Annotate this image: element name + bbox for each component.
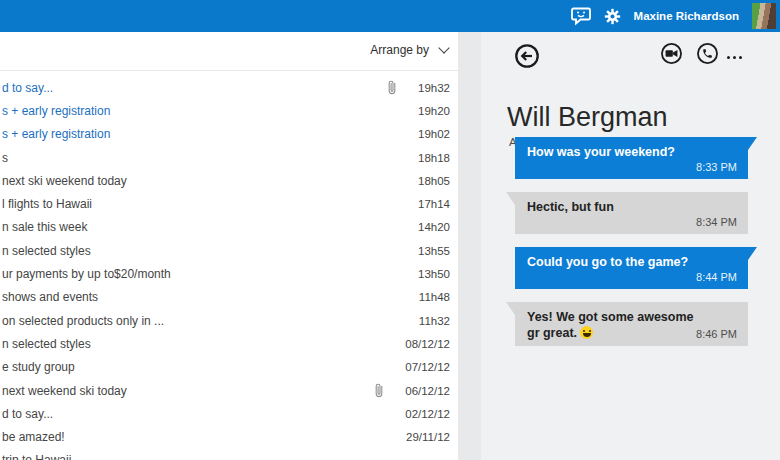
mail-subject: l flights to Hawaii	[2, 197, 418, 211]
list-item[interactable]: n sale this week14h20	[0, 216, 458, 239]
list-item[interactable]: d to say...02/12/12	[0, 402, 458, 425]
mail-time: 08/12/12	[405, 338, 450, 350]
mail-subject: s + early registration	[2, 127, 418, 141]
settings-gear-icon[interactable]	[604, 8, 621, 25]
chat-message-list: How was your weekend?8:33 PMHectic, but …	[515, 137, 748, 359]
mail-time: 14h20	[418, 221, 450, 233]
list-item[interactable]: next ski weekend today18h05	[0, 169, 458, 192]
back-arrow-icon	[515, 44, 539, 68]
mail-subject: shows and events	[2, 290, 419, 304]
mail-subject: trip to Hawaii	[2, 453, 450, 460]
chat-message-bubble: Hectic, but fun8:34 PM	[515, 192, 748, 234]
message-text: Could you go to the game?	[527, 254, 736, 270]
message-time: 8:44 PM	[696, 271, 737, 283]
list-item[interactable]: trip to Hawaii	[0, 449, 458, 460]
laughing-emoji	[580, 326, 593, 339]
list-item[interactable]: n selected styles13h55	[0, 239, 458, 262]
mail-time: 29/11/12	[406, 431, 450, 443]
arrange-by-control[interactable]: Arrange by	[370, 43, 448, 57]
list-item[interactable]: next weekend ski today06/12/12	[0, 379, 458, 402]
list-item[interactable]: s + early registration19h20	[0, 99, 458, 122]
topbar-account-area: Maxine Richardson	[571, 3, 776, 29]
mail-subject: next weekend ski today	[2, 384, 375, 398]
mail-subject: be amazed!	[2, 430, 406, 444]
mail-subject: n selected styles	[2, 244, 418, 258]
mail-subject: next ski weekend today	[2, 174, 418, 188]
list-item[interactable]: n selected styles08/12/12	[0, 332, 458, 355]
message-time: 8:34 PM	[696, 216, 737, 228]
list-item[interactable]: on selected products only in ...11h32	[0, 309, 458, 332]
mail-time: 11h48	[419, 291, 450, 303]
video-camera-icon	[661, 43, 682, 64]
panel-gutter	[458, 32, 481, 460]
list-item[interactable]: d to say...19h32	[0, 76, 458, 99]
mail-time: 19h20	[418, 105, 450, 117]
mail-subject: d to say...	[2, 407, 405, 421]
chat-message-bubble: Yes! We got some awesome gr great.8:46 P…	[515, 302, 748, 346]
back-button[interactable]	[515, 44, 539, 68]
avatar[interactable]	[752, 3, 776, 29]
mail-subject: e study group	[2, 360, 405, 374]
mail-time: 13h50	[418, 268, 450, 280]
mail-subject: n selected styles	[2, 337, 405, 351]
voice-call-button[interactable]	[697, 43, 718, 64]
messaging-icon[interactable]	[571, 7, 591, 26]
message-time: 8:46 PM	[696, 328, 737, 340]
list-item[interactable]: e study group07/12/12	[0, 356, 458, 379]
mail-subject: ur payments by up to$20/month	[2, 267, 418, 281]
mail-time: 07/12/12	[405, 361, 450, 373]
mail-panel: Arrange by d to say...19h32s + early reg…	[0, 32, 458, 460]
mail-time: 19h32	[418, 82, 450, 94]
chat-message-bubble: How was your weekend?8:33 PM	[515, 137, 748, 179]
mail-time: 13h55	[418, 245, 450, 257]
topbar-user-name[interactable]: Maxine Richardson	[634, 10, 739, 22]
mail-time: 18h18	[418, 152, 450, 164]
list-item[interactable]: s18h18	[0, 146, 458, 169]
attachment-paperclip-icon	[388, 80, 396, 95]
mail-time: 06/12/12	[405, 385, 450, 397]
mail-time: 11h32	[419, 315, 450, 327]
arrange-by-label: Arrange by	[370, 43, 429, 57]
chat-panel: Will Bergman Available How was your week…	[481, 32, 780, 460]
mail-time: 02/12/12	[405, 408, 450, 420]
mail-subject: n sale this week	[2, 220, 418, 234]
mail-subject: d to say...	[2, 81, 388, 95]
mail-list: d to say...19h32s + early registration19…	[0, 76, 458, 460]
list-item[interactable]: shows and events11h48	[0, 286, 458, 309]
message-text: How was your weekend?	[527, 144, 736, 160]
list-item[interactable]: be amazed!29/11/12	[0, 425, 458, 448]
list-item[interactable]: s + early registration19h02	[0, 123, 458, 146]
mail-time: 17h14	[418, 198, 450, 210]
mail-time: 18h05	[418, 175, 450, 187]
message-time: 8:33 PM	[696, 161, 737, 173]
mail-subject: on selected products only in ...	[2, 314, 419, 328]
mail-subject: s	[2, 151, 418, 165]
more-options-button[interactable]	[727, 56, 742, 59]
chat-message-bubble: Could you go to the game?8:44 PM	[515, 247, 748, 289]
topbar: Maxine Richardson	[0, 0, 780, 32]
chevron-down-icon	[438, 42, 449, 53]
message-text: Hectic, but fun	[527, 199, 736, 215]
mail-time: 19h02	[418, 128, 450, 140]
list-item[interactable]: l flights to Hawaii17h14	[0, 192, 458, 215]
list-item[interactable]: ur payments by up to$20/month13h50	[0, 262, 458, 285]
contact-name: Will Bergman	[507, 102, 668, 133]
ellipsis-icon	[727, 56, 730, 59]
phone-icon	[697, 43, 718, 64]
mail-subject: s + early registration	[2, 104, 418, 118]
attachment-paperclip-icon	[375, 383, 383, 398]
divider	[0, 70, 458, 71]
video-call-button[interactable]	[661, 43, 682, 64]
